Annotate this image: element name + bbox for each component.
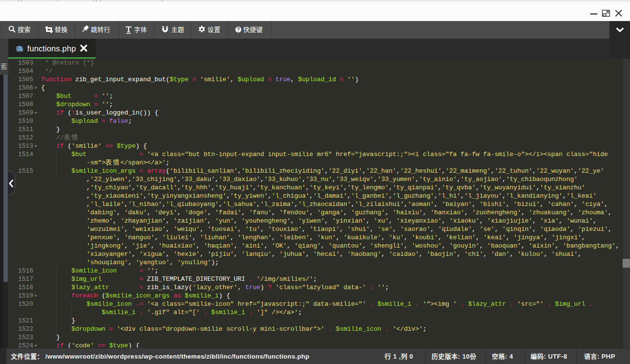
svg-text:?: ? xyxy=(237,26,240,32)
